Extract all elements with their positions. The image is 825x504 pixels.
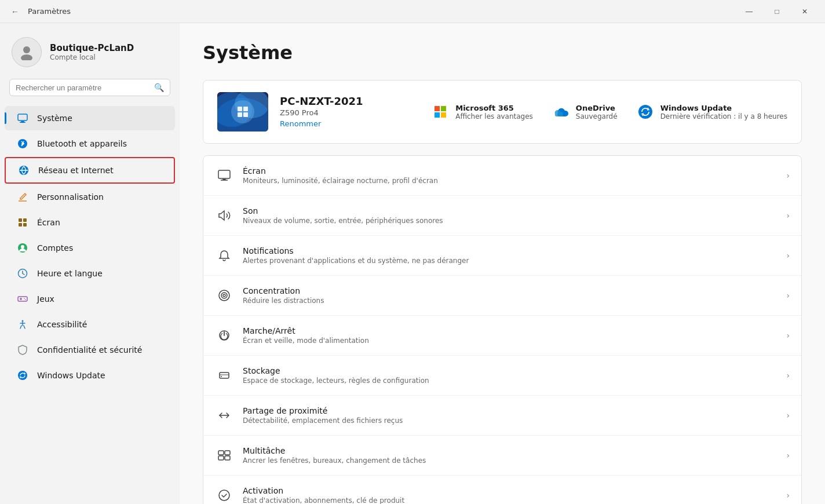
ecran-title: Écran [243,166,777,176]
pc-info-card: PC-NZXT-2021 Z590 Pro4 Renommer Microsof… [203,80,802,144]
partage-icon [215,406,233,425]
service-windows-update[interactable]: Windows Update Dernière vérification : i… [636,103,787,121]
svg-rect-45 [225,456,230,460]
settings-item-ecran[interactable]: Écran Moniteurs, luminosité, éclairage n… [203,156,801,196]
pc-services: Microsoft 365 Afficher les avantages One… [431,103,787,121]
pc-image [217,92,268,132]
ecran-sub: Moniteurs, luminosité, éclairage nocturn… [243,177,777,185]
activation-icon [215,486,233,504]
concentration-icon [215,286,233,305]
system-icon [16,112,29,125]
settings-item-stockage[interactable]: Stockage Espace de stockage, lecteurs, r… [203,356,801,396]
sidebar-item-systeme[interactable]: Système [5,106,175,130]
svg-rect-29 [238,112,242,117]
svg-point-18 [24,298,25,300]
settings-item-notifications[interactable]: Notifications Alertes provenant d'applic… [203,236,801,276]
activation-sub: État d'activation, abonnements, clé de p… [243,496,777,504]
svg-rect-32 [218,170,230,178]
close-button[interactable]: ✕ [791,2,818,21]
sidebar-item-jeux[interactable]: Jeux [5,287,175,311]
user-name: Boutique-PcLanD [50,43,134,53]
sidebar-item-applications[interactable]: Écran [5,210,175,235]
svg-rect-15 [18,297,27,301]
notifications-icon [215,246,233,265]
search-input[interactable] [16,83,151,92]
heure-icon [16,267,29,280]
sidebar-item-comptes[interactable]: Comptes [5,236,175,260]
service-onedrive[interactable]: OneDrive Sauvegardé [552,103,618,121]
ecran-icon [215,166,233,185]
maximize-button[interactable]: □ [764,2,790,21]
nav-label-accessibilite: Accessibilité [37,320,87,329]
minimize-button[interactable]: — [736,2,762,21]
son-text: Son Niveaux de volume, sortie, entrée, p… [243,206,777,225]
sidebar-item-update[interactable]: Windows Update [5,363,175,388]
settings-item-son[interactable]: Son Niveaux de volume, sortie, entrée, p… [203,196,801,236]
svg-point-20 [22,320,24,322]
applications-icon [16,216,29,229]
partage-title: Partage de proximité [243,406,777,415]
marche-arret-icon [215,326,233,345]
sidebar-item-accessibilite[interactable]: Accessibilité [5,312,175,337]
nav-label-comptes: Comptes [37,243,73,253]
service-name-microsoft365: Microsoft 365 [455,104,533,112]
titlebar-title: Paramètres [28,7,736,16]
son-chevron: › [786,211,790,220]
back-button[interactable]: ← [7,3,23,20]
svg-point-13 [21,245,24,249]
pc-model: Z590 Pro4 [280,108,419,117]
nav-label-confidentialite: Confidentialité et sécurité [37,345,142,355]
concentration-sub: Réduire les distractions [243,297,777,305]
concentration-title: Concentration [243,286,777,295]
multitache-text: Multitâche Ancrer les fenêtres, bureaux,… [243,446,777,465]
avatar [12,37,42,67]
service-name-onedrive: OneDrive [576,104,618,112]
nav-label-applications: Écran [37,218,60,227]
titlebar: ← Paramètres — □ ✕ [0,0,825,23]
multitache-chevron: › [786,451,790,460]
partage-sub: Détectabilité, emplacement des fichiers … [243,417,777,425]
nav-label-bluetooth: Bluetooth et appareils [37,139,127,148]
svg-rect-30 [243,112,248,117]
nav-label-heure: Heure et langue [37,269,103,278]
settings-item-marche-arret[interactable]: Marche/Arrêt Écran et veille, mode d'ali… [203,316,801,356]
microsoft365-icon [431,103,450,121]
app-body: Boutique-PcLanD Compte local 🔍 Système [0,23,825,504]
search-icon: 🔍 [154,83,164,92]
concentration-text: Concentration Réduire les distractions [243,286,777,305]
ecran-text: Écran Moniteurs, luminosité, éclairage n… [243,166,777,185]
sidebar-item-personnalisation[interactable]: Personnalisation [5,185,175,209]
service-microsoft365[interactable]: Microsoft 365 Afficher les avantages [431,103,533,121]
confidentialite-icon [16,344,29,356]
sidebar: Boutique-PcLanD Compte local 🔍 Système [0,23,180,504]
sidebar-item-reseau[interactable]: Réseau et Internet [5,157,175,184]
svg-point-19 [25,299,26,300]
nav-label-systeme: Système [37,114,72,123]
svg-point-41 [221,376,222,377]
network-icon [17,164,30,177]
svg-point-1 [21,54,32,60]
settings-item-multitache[interactable]: Multitâche Ancrer les fenêtres, bureaux,… [203,436,801,476]
pc-details: PC-NZXT-2021 Z590 Pro4 Renommer [280,95,419,129]
pc-rename-link[interactable]: Renommer [280,119,321,128]
marche-arret-text: Marche/Arrêt Écran et veille, mode d'ali… [243,326,777,345]
sidebar-item-confidentialite[interactable]: Confidentialité et sécurité [5,338,175,362]
svg-point-0 [23,46,30,53]
svg-rect-4 [20,122,25,123]
stockage-icon [215,366,233,385]
sidebar-item-bluetooth[interactable]: Bluetooth et appareils [5,132,175,156]
sidebar-item-heure[interactable]: Heure et langue [5,261,175,286]
multitache-title: Multitâche [243,446,777,455]
service-sub-microsoft365: Afficher les avantages [455,112,533,120]
partage-chevron: › [786,411,790,420]
search-box[interactable]: 🔍 [9,79,170,96]
settings-item-activation[interactable]: Activation État d'activation, abonnement… [203,476,801,504]
svg-point-26 [231,100,254,123]
onedrive-icon [552,103,570,121]
settings-item-concentration[interactable]: Concentration Réduire les distractions › [203,276,801,316]
marche-arret-title: Marche/Arrêt [243,326,777,335]
activation-chevron: › [786,491,790,500]
service-info-microsoft365: Microsoft 365 Afficher les avantages [455,104,533,120]
svg-rect-28 [243,107,248,111]
settings-item-partage[interactable]: Partage de proximité Détectabilité, empl… [203,396,801,436]
